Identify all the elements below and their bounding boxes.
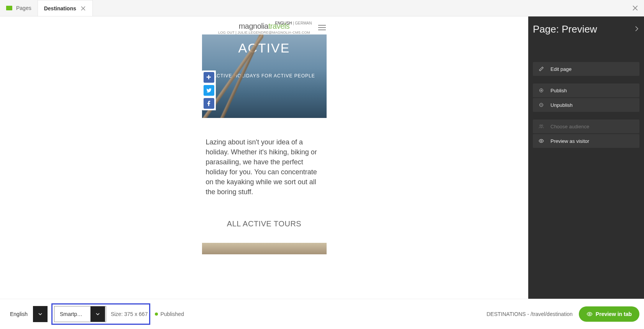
breadcrumb: DESTINATIONS - /travel/destination (486, 311, 573, 317)
share-plus-icon[interactable]: + (204, 72, 214, 83)
app-tab-bar: Pages Destinations (0, 0, 644, 16)
publish-icon (538, 88, 544, 93)
eye-icon (538, 138, 544, 144)
device-frame: ENGLISH | GERMAN magnoliatravels LOG OUT… (202, 20, 327, 254)
close-icon[interactable] (632, 5, 638, 11)
workspace: ENGLISH | GERMAN magnoliatravels LOG OUT… (0, 16, 644, 299)
social-share: + (202, 70, 216, 110)
chevron-down-icon (90, 306, 105, 322)
svg-point-2 (540, 125, 541, 126)
pages-app-icon (6, 6, 12, 10)
publish-status: Published (160, 311, 184, 317)
panel-title: Page: Preview (533, 23, 639, 35)
twitter-icon[interactable] (204, 85, 214, 96)
close-icon[interactable] (80, 5, 86, 11)
edit-page-button[interactable]: Edit page (533, 62, 639, 76)
status-bar: English Smartphone (portrait) Size: 375 … (0, 299, 644, 329)
device-selector-highlight: Smartphone (portrait) Size: 375 x 667 (51, 303, 151, 325)
section-heading: ALL ACTIVE TOURS (202, 219, 327, 228)
tab-pages[interactable]: Pages (0, 0, 38, 16)
viewport-size-label: Size: 375 x 667 (111, 311, 148, 317)
device-selected: Smartphone (portrait) (54, 311, 90, 317)
people-icon (538, 124, 544, 129)
language-switcher[interactable]: ENGLISH | GERMAN (275, 21, 312, 25)
svg-point-3 (542, 125, 543, 126)
choose-audience-button: Choose audience (533, 119, 639, 133)
status-indicator-icon (155, 313, 158, 316)
hero-banner: ACTIVE ACTIVE HOLIDAYS FOR ACTIVE PEOPLE… (202, 34, 327, 118)
hamburger-icon[interactable] (318, 25, 326, 30)
eye-icon (586, 311, 593, 317)
logout-link[interactable]: LOG OUT | JULIE.LEGENDRE@MAGNOLIA-CMS.CO… (218, 31, 310, 34)
pencil-icon (538, 66, 544, 72)
preview-in-tab-button[interactable]: Preview in tab (579, 306, 639, 322)
lang-english[interactable]: ENGLISH (275, 21, 292, 25)
tab-active-label: Destinations (44, 5, 76, 11)
tab-pages-label: Pages (16, 5, 31, 11)
device-dropdown[interactable]: Smartphone (portrait) (54, 306, 106, 322)
tab-destinations[interactable]: Destinations (38, 0, 93, 16)
unpublish-button[interactable]: Unpublish (533, 98, 639, 112)
language-selected: English (5, 311, 33, 317)
facebook-icon[interactable] (204, 98, 214, 109)
language-dropdown[interactable]: English (5, 306, 48, 322)
unpublish-icon (538, 103, 544, 107)
svg-point-4 (540, 140, 542, 142)
preview-viewport: ENGLISH | GERMAN magnoliatravels LOG OUT… (0, 16, 528, 299)
chevron-right-icon[interactable] (635, 26, 639, 31)
lang-german[interactable]: GERMAN (295, 21, 312, 25)
intro-paragraph: Lazing about isn't your idea of a holida… (202, 118, 327, 213)
site-header: ENGLISH | GERMAN magnoliatravels LOG OUT… (202, 20, 327, 34)
page-preview-panel: Page: Preview Edit page Publish (528, 16, 644, 299)
tour-image (202, 243, 327, 254)
preview-as-visitor-button[interactable]: Preview as visitor (533, 134, 639, 148)
chevron-down-icon (33, 306, 48, 322)
publish-button[interactable]: Publish (533, 83, 639, 97)
svg-point-5 (589, 313, 590, 315)
